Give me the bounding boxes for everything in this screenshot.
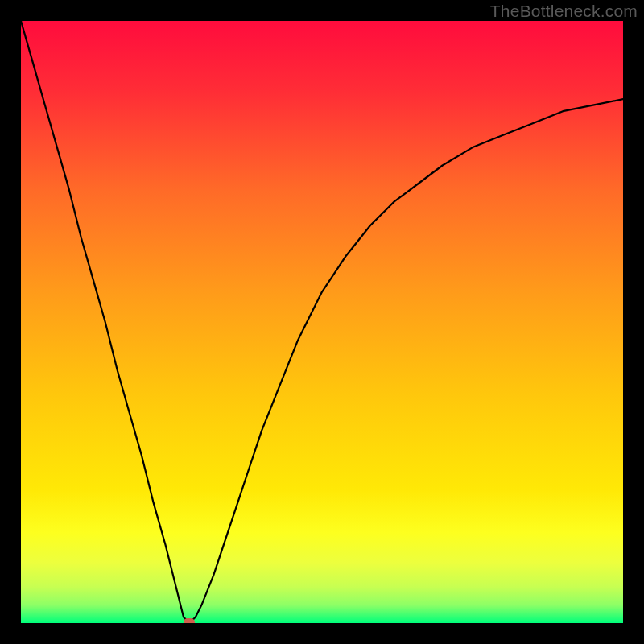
plot-area	[21, 21, 623, 623]
bottleneck-curve	[21, 21, 623, 623]
optimal-point-marker	[184, 618, 195, 623]
chart-frame: TheBottleneck.com	[0, 0, 644, 644]
attribution-label: TheBottleneck.com	[490, 2, 638, 21]
